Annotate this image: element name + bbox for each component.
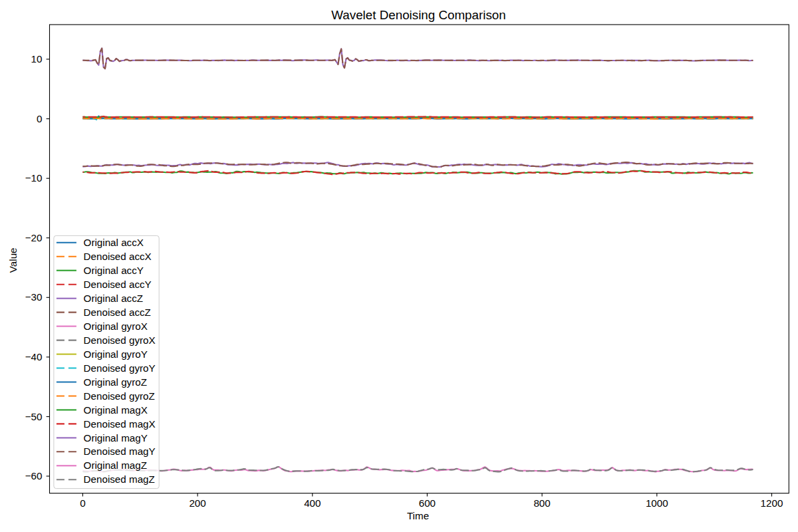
svg-text:Denoised gyroZ: Denoised gyroZ xyxy=(84,390,155,402)
svg-text:1000: 1000 xyxy=(646,497,668,509)
svg-text:−40: −40 xyxy=(25,351,43,362)
svg-text:Value: Value xyxy=(7,247,19,273)
svg-text:−60: −60 xyxy=(25,470,43,481)
svg-text:−10: −10 xyxy=(25,172,43,184)
svg-text:0: 0 xyxy=(37,113,42,124)
svg-text:Denoised accY: Denoised accY xyxy=(84,279,152,290)
svg-text:−20: −20 xyxy=(25,232,43,243)
svg-text:600: 600 xyxy=(419,497,436,509)
svg-text:200: 200 xyxy=(189,497,205,509)
svg-text:Denoised magZ: Denoised magZ xyxy=(84,473,155,485)
svg-text:Original magY: Original magY xyxy=(84,432,148,444)
svg-text:Denoised magX: Denoised magX xyxy=(84,418,156,430)
svg-text:Wavelet Denoising Comparison: Wavelet Denoising Comparison xyxy=(331,8,505,22)
svg-text:Denoised gyroX: Denoised gyroX xyxy=(84,334,156,346)
svg-text:800: 800 xyxy=(533,497,550,509)
svg-text:−50: −50 xyxy=(25,411,43,422)
svg-text:Denoised magY: Denoised magY xyxy=(84,446,156,457)
svg-text:Original magX: Original magX xyxy=(84,404,148,416)
svg-text:Denoised accZ: Denoised accZ xyxy=(84,307,151,318)
svg-text:−30: −30 xyxy=(25,291,43,303)
svg-text:Original gyroX: Original gyroX xyxy=(84,321,148,332)
svg-text:Time: Time xyxy=(407,510,429,521)
svg-text:Original accY: Original accY xyxy=(84,265,144,276)
svg-text:Denoised gyroY: Denoised gyroY xyxy=(84,362,156,374)
svg-text:Original gyroZ: Original gyroZ xyxy=(84,376,147,388)
svg-text:Denoised accX: Denoised accX xyxy=(84,251,152,262)
svg-text:1200: 1200 xyxy=(761,497,783,509)
svg-text:Original accX: Original accX xyxy=(84,237,144,248)
svg-text:Original magZ: Original magZ xyxy=(84,460,147,471)
svg-text:0: 0 xyxy=(80,497,85,509)
svg-text:10: 10 xyxy=(31,53,43,65)
svg-text:Original gyroY: Original gyroY xyxy=(84,348,148,360)
svg-text:Original accZ: Original accZ xyxy=(84,293,143,304)
svg-text:400: 400 xyxy=(304,497,321,509)
